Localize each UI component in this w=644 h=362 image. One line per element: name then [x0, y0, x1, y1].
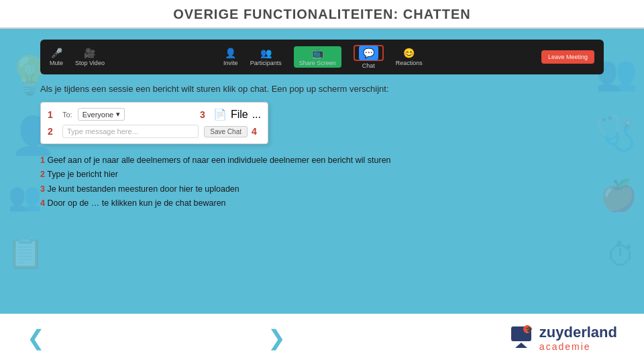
instruction-3: 3 Je kunt bestanden meesturen door hier … — [40, 182, 604, 196]
invite-button[interactable]: 👤 Invite — [223, 48, 238, 66]
participants-icon: 👥 — [260, 48, 272, 58]
logo-icon: 🎓 — [508, 324, 534, 352]
participants-button[interactable]: 👥 Participants — [250, 48, 282, 66]
invite-icon: 👤 — [225, 48, 236, 58]
logo-main: zuyderland — [539, 324, 617, 341]
message-placeholder: Type message here... — [67, 127, 138, 135]
reactions-button[interactable]: 😊 Reactions — [396, 48, 423, 66]
instruction-4: 4 Door op de … te klikken kun je de chat… — [40, 196, 604, 210]
share-screen-button[interactable]: 📺 Share Screen — [294, 46, 341, 68]
file-icon: 📄 — [213, 108, 227, 121]
chat-popup: 1 To: Everyone ▾ 3 📄 File ... 2 Type mes… — [40, 102, 268, 144]
intro-text: Als je tijdens een sessie een bericht wi… — [40, 84, 604, 94]
instructions-list: 1 Geef aan of je naar alle deelnemers of… — [40, 154, 604, 210]
instruction-1: 1 Geef aan of je naar alle deelnemers of… — [40, 154, 604, 168]
chevron-down-icon: ▾ — [116, 110, 120, 119]
reactions-icon: 😊 — [403, 48, 415, 58]
instruction-text-1: Geef aan of je naar alle deelnemers of n… — [47, 156, 390, 165]
next-button[interactable]: ❯ — [268, 325, 286, 351]
message-input[interactable]: Type message here... — [62, 125, 199, 138]
to-label: To: — [62, 111, 72, 119]
chat-icon-wrapper: 💬 — [354, 45, 384, 61]
file-label: File — [231, 109, 248, 121]
chat-to-row: 1 To: Everyone ▾ 3 📄 File ... — [48, 108, 261, 121]
chat-button[interactable]: 💬 Chat — [354, 45, 384, 69]
logo-area: 🎓 zuyderland academie — [508, 324, 617, 352]
chat-icon: 💬 — [359, 46, 378, 60]
to-field[interactable]: Everyone ▾ — [78, 108, 125, 121]
badge-3: 3 — [200, 109, 209, 120]
zoom-toolbar: 🎤 Mute 🎥 Stop Video 👤 Invite 👥 Participa… — [40, 40, 604, 74]
mute-button[interactable]: 🎤 Mute — [50, 48, 63, 66]
instruction-text-2: Type je bericht hier — [47, 170, 118, 179]
num-2: 2 — [40, 170, 45, 179]
toolbar-center: 👤 Invite 👥 Participants 📺 Share Screen 💬… — [105, 45, 541, 69]
prev-button[interactable]: ❮ — [27, 325, 45, 351]
num-1: 1 — [40, 156, 45, 165]
badge-1: 1 — [48, 109, 57, 120]
instruction-2: 2 Type je bericht hier — [40, 168, 604, 182]
toolbar-left: 🎤 Mute 🎥 Stop Video — [50, 48, 105, 66]
svg-marker-1 — [515, 343, 527, 348]
leave-meeting-button[interactable]: Leave Meeting — [541, 50, 594, 64]
deco-icon-8: ⏱ — [606, 238, 636, 273]
instruction-text-4: Door op de … te klikken kun je de chat b… — [47, 198, 225, 208]
share-icon: 📺 — [312, 48, 323, 58]
page-header: OVERIGE FUNCTIONALITEITEN: CHATTEN — [0, 0, 644, 29]
svg-text:🎓: 🎓 — [525, 326, 533, 334]
logo-text: zuyderland academie — [539, 324, 617, 352]
video-icon: 🎥 — [84, 48, 95, 58]
to-value: Everyone — [83, 111, 113, 119]
footer: ❮ ❯ 🎓 zuyderland academie — [0, 314, 644, 362]
instruction-text-3: Je kunt bestanden meesturen door hier te… — [47, 184, 239, 194]
save-chat-area: Save Chat 4 — [204, 126, 261, 137]
stop-video-button[interactable]: 🎥 Stop Video — [75, 48, 105, 66]
save-chat-button[interactable]: Save Chat — [204, 126, 248, 137]
main-content: 🎤 Mute 🎥 Stop Video 👤 Invite 👥 Participa… — [0, 29, 644, 217]
num-4: 4 — [40, 198, 45, 208]
ellipsis-1: ... — [252, 109, 261, 121]
page-title: OVERIGE FUNCTIONALITEITEN: CHATTEN — [173, 7, 471, 21]
badge-4: 4 — [252, 126, 261, 137]
logo-sub: academie — [539, 341, 617, 352]
mute-icon: 🎤 — [51, 48, 62, 58]
badge-2: 2 — [48, 126, 57, 137]
num-3: 3 — [40, 184, 45, 194]
file-area: 3 📄 File ... — [200, 108, 261, 121]
chat-message-row: 2 Type message here... Save Chat 4 — [48, 125, 261, 138]
deco-icon-4: 📋 — [7, 235, 44, 270]
